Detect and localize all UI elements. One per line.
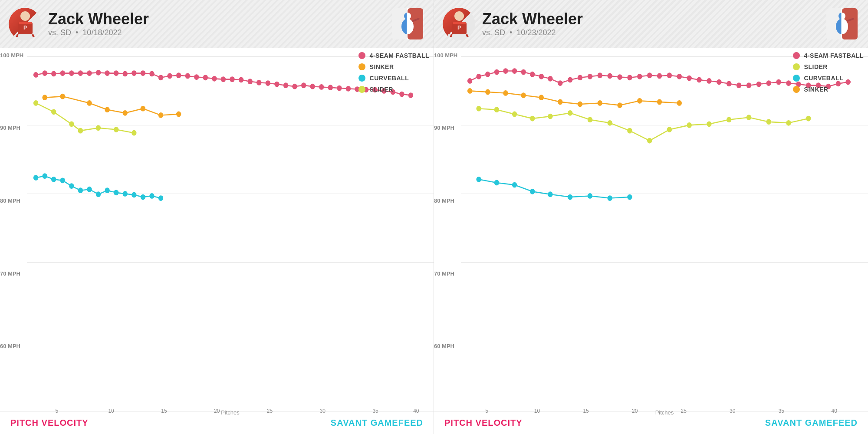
chart-svg-1 [27, 48, 434, 391]
svg-rect-90 [453, 22, 466, 24]
svg-point-37 [230, 76, 234, 82]
svg-point-27 [141, 70, 145, 76]
panel-2-header: P Zack Wheeler vs. SD • 10/23/2022 [434, 0, 868, 48]
svg-point-63 [141, 106, 145, 112]
svg-point-43 [283, 82, 288, 88]
svg-point-49 [337, 85, 342, 91]
svg-point-0 [20, 11, 30, 21]
svg-point-115 [578, 75, 582, 80]
svg-point-69 [78, 128, 83, 134]
svg-point-68 [69, 121, 74, 127]
fastball-line-1 [36, 72, 411, 95]
footer-right-1: SAVANT GAMEFEED [331, 418, 423, 428]
panel-1-player-info: Zack Wheeler vs. SD • 10/18/2022 [48, 10, 149, 38]
svg-point-65 [176, 112, 181, 117]
panel-2-player-info: Zack Wheeler vs. SD • 10/23/2022 [482, 10, 583, 38]
y-label-80-2: 80 MPH [434, 197, 454, 204]
svg-point-129 [717, 79, 721, 85]
svg-point-153 [657, 99, 662, 105]
svg-point-58 [42, 95, 47, 100]
svg-point-19 [69, 70, 74, 76]
legend-curveball-dot-2 [793, 75, 800, 82]
svg-point-112 [548, 76, 552, 82]
footer-left-1: PITCH VELOCITY [10, 418, 89, 428]
svg-point-161 [588, 117, 592, 122]
svg-point-40 [256, 80, 261, 85]
svg-point-50 [346, 86, 351, 92]
panel-1-player-meta: vs. SD • 10/18/2022 [48, 28, 149, 37]
svg-point-169 [746, 115, 751, 120]
svg-point-46 [310, 84, 315, 89]
legend-fastball-dot-2 [793, 52, 800, 59]
panel-1-chart-area: 100 MPH 90 MPH 80 MPH 70 MPH 60 MPH [0, 48, 434, 411]
svg-point-158 [530, 116, 535, 122]
svg-point-108 [512, 68, 517, 74]
svg-point-180 [607, 195, 612, 201]
svg-point-146 [521, 92, 526, 98]
svg-point-16 [42, 70, 47, 76]
svg-rect-2 [19, 22, 32, 24]
svg-point-28 [149, 71, 154, 77]
svg-point-87 [158, 195, 163, 201]
svg-point-128 [707, 78, 711, 84]
svg-point-175 [512, 182, 517, 188]
svg-point-152 [637, 98, 642, 104]
svg-point-71 [114, 127, 118, 132]
svg-point-149 [578, 102, 582, 107]
legend-2: 4-SEAM FASTBALL SLIDER CURVEBALL SINKER [793, 52, 864, 93]
svg-point-62 [123, 110, 128, 116]
legend-sinker-dot-1 [358, 63, 365, 70]
svg-point-15 [33, 72, 38, 78]
svg-point-120 [627, 75, 632, 80]
svg-point-104 [476, 74, 481, 79]
y-label-70-1: 70 MPH [0, 270, 20, 276]
panel-2-player-name: Zack Wheeler [482, 10, 583, 28]
svg-point-81 [105, 187, 109, 193]
legend-fastball-1: 4-SEAM FASTBALL [358, 52, 429, 59]
y-label-80-1: 80 MPH [0, 197, 20, 204]
x-axis-title-2: Pitches [461, 409, 868, 416]
legend-slider-dot-1 [358, 86, 365, 93]
panel-2-player-meta: vs. SD • 10/23/2022 [482, 28, 583, 37]
y-label-90-2: 90 MPH [434, 125, 454, 131]
svg-point-179 [588, 193, 592, 199]
legend-fastball-2: 4-SEAM FASTBALL [793, 52, 864, 59]
svg-point-173 [476, 177, 481, 182]
svg-point-178 [568, 194, 572, 200]
svg-point-47 [319, 84, 324, 90]
svg-point-59 [60, 94, 65, 99]
svg-point-21 [87, 70, 92, 76]
svg-point-23 [105, 70, 109, 76]
svg-point-145 [503, 90, 508, 96]
svg-point-113 [558, 80, 562, 86]
svg-point-121 [637, 74, 642, 79]
svg-point-20 [78, 70, 83, 76]
svg-point-172 [806, 116, 811, 122]
svg-point-33 [194, 74, 199, 80]
footer-left-2: PITCH VELOCITY [444, 418, 523, 428]
svg-point-17 [51, 71, 56, 77]
sinker-line-2 [470, 91, 680, 105]
sinker-line-1 [45, 96, 179, 115]
svg-point-48 [328, 85, 333, 90]
svg-point-76 [60, 178, 65, 183]
svg-point-30 [167, 73, 172, 79]
svg-point-109 [521, 69, 526, 75]
footer-right-2: SAVANT GAMEFEED [765, 418, 858, 428]
svg-line-92 [449, 34, 452, 37]
svg-point-124 [667, 72, 672, 78]
main-container: P Zack Wheeler vs. SD • 10/18/2022 [0, 0, 868, 434]
svg-point-34 [203, 75, 208, 80]
legend-slider-1: SLIDER [358, 86, 429, 93]
svg-point-57 [408, 92, 413, 98]
svg-line-93 [467, 34, 469, 37]
svg-point-168 [727, 117, 731, 122]
panel-1-header: P Zack Wheeler vs. SD • 10/18/2022 [0, 0, 434, 48]
svg-point-72 [132, 130, 136, 136]
svg-point-39 [247, 79, 252, 84]
svg-point-136 [786, 80, 791, 86]
svg-point-114 [568, 77, 572, 83]
panel-1: P Zack Wheeler vs. SD • 10/18/2022 [0, 0, 434, 434]
svg-point-147 [539, 95, 544, 100]
svg-point-26 [132, 70, 136, 76]
